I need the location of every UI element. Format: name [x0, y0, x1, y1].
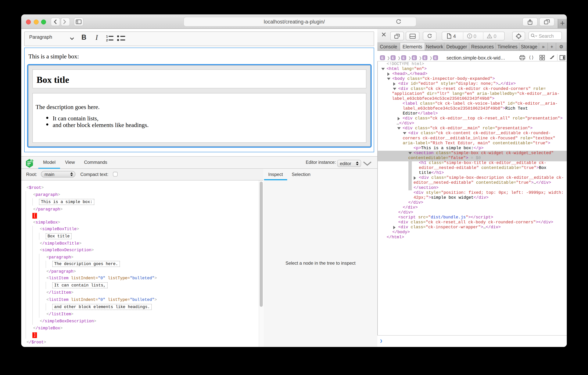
svg-text:1: 1	[106, 35, 108, 38]
svg-text:2: 2	[106, 38, 108, 42]
